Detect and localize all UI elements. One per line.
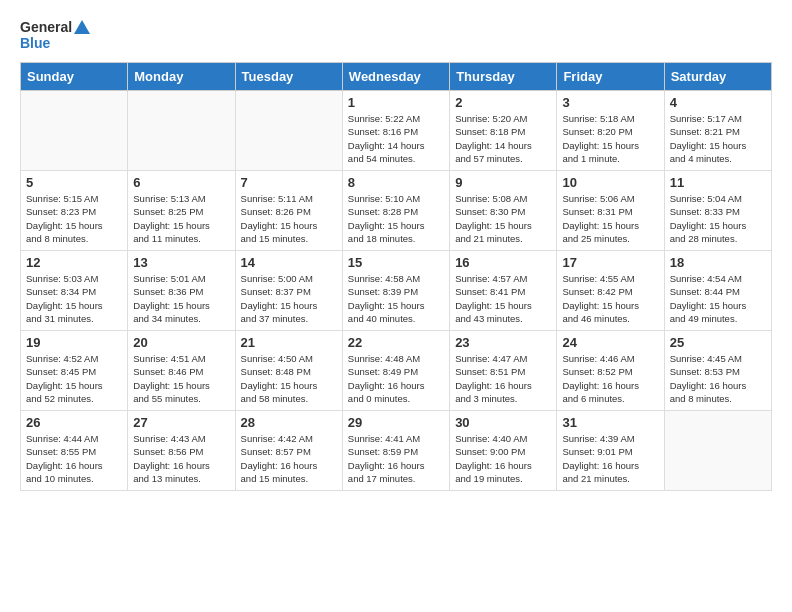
day-cell: 10Sunrise: 5:06 AM Sunset: 8:31 PM Dayli… [557,171,664,251]
day-info: Sunrise: 4:52 AM Sunset: 8:45 PM Dayligh… [26,352,122,405]
svg-text:Blue: Blue [20,35,51,51]
day-cell: 30Sunrise: 4:40 AM Sunset: 9:00 PM Dayli… [450,411,557,491]
day-cell: 21Sunrise: 4:50 AM Sunset: 8:48 PM Dayli… [235,331,342,411]
day-info: Sunrise: 5:10 AM Sunset: 8:28 PM Dayligh… [348,192,444,245]
day-info: Sunrise: 4:46 AM Sunset: 8:52 PM Dayligh… [562,352,658,405]
day-cell [21,91,128,171]
day-number: 24 [562,335,658,350]
day-info: Sunrise: 4:57 AM Sunset: 8:41 PM Dayligh… [455,272,551,325]
logo-svg: General Blue [20,16,90,54]
day-number: 6 [133,175,229,190]
week-row-4: 26Sunrise: 4:44 AM Sunset: 8:55 PM Dayli… [21,411,772,491]
day-info: Sunrise: 4:42 AM Sunset: 8:57 PM Dayligh… [241,432,337,485]
day-cell: 18Sunrise: 4:54 AM Sunset: 8:44 PM Dayli… [664,251,771,331]
week-row-2: 12Sunrise: 5:03 AM Sunset: 8:34 PM Dayli… [21,251,772,331]
day-number: 28 [241,415,337,430]
day-cell: 8Sunrise: 5:10 AM Sunset: 8:28 PM Daylig… [342,171,449,251]
day-info: Sunrise: 4:44 AM Sunset: 8:55 PM Dayligh… [26,432,122,485]
day-info: Sunrise: 5:18 AM Sunset: 8:20 PM Dayligh… [562,112,658,165]
calendar-table: SundayMondayTuesdayWednesdayThursdayFrid… [20,62,772,491]
day-cell: 25Sunrise: 4:45 AM Sunset: 8:53 PM Dayli… [664,331,771,411]
day-number: 3 [562,95,658,110]
weekday-header-monday: Monday [128,63,235,91]
day-cell: 27Sunrise: 4:43 AM Sunset: 8:56 PM Dayli… [128,411,235,491]
day-cell: 17Sunrise: 4:55 AM Sunset: 8:42 PM Dayli… [557,251,664,331]
day-info: Sunrise: 5:03 AM Sunset: 8:34 PM Dayligh… [26,272,122,325]
day-cell [128,91,235,171]
svg-text:General: General [20,19,72,35]
day-number: 16 [455,255,551,270]
day-cell: 7Sunrise: 5:11 AM Sunset: 8:26 PM Daylig… [235,171,342,251]
day-info: Sunrise: 5:00 AM Sunset: 8:37 PM Dayligh… [241,272,337,325]
week-row-3: 19Sunrise: 4:52 AM Sunset: 8:45 PM Dayli… [21,331,772,411]
day-info: Sunrise: 4:54 AM Sunset: 8:44 PM Dayligh… [670,272,766,325]
day-cell: 13Sunrise: 5:01 AM Sunset: 8:36 PM Dayli… [128,251,235,331]
svg-marker-2 [74,20,90,34]
day-cell: 16Sunrise: 4:57 AM Sunset: 8:41 PM Dayli… [450,251,557,331]
day-cell: 4Sunrise: 5:17 AM Sunset: 8:21 PM Daylig… [664,91,771,171]
day-info: Sunrise: 5:20 AM Sunset: 8:18 PM Dayligh… [455,112,551,165]
day-number: 11 [670,175,766,190]
day-cell [235,91,342,171]
day-info: Sunrise: 5:04 AM Sunset: 8:33 PM Dayligh… [670,192,766,245]
day-number: 12 [26,255,122,270]
day-cell: 2Sunrise: 5:20 AM Sunset: 8:18 PM Daylig… [450,91,557,171]
day-number: 1 [348,95,444,110]
day-number: 14 [241,255,337,270]
day-info: Sunrise: 4:41 AM Sunset: 8:59 PM Dayligh… [348,432,444,485]
day-number: 22 [348,335,444,350]
day-info: Sunrise: 4:39 AM Sunset: 9:01 PM Dayligh… [562,432,658,485]
day-info: Sunrise: 5:17 AM Sunset: 8:21 PM Dayligh… [670,112,766,165]
weekday-header-sunday: Sunday [21,63,128,91]
weekday-header-friday: Friday [557,63,664,91]
day-cell: 15Sunrise: 4:58 AM Sunset: 8:39 PM Dayli… [342,251,449,331]
day-number: 25 [670,335,766,350]
day-number: 21 [241,335,337,350]
day-cell: 6Sunrise: 5:13 AM Sunset: 8:25 PM Daylig… [128,171,235,251]
day-number: 23 [455,335,551,350]
day-info: Sunrise: 4:51 AM Sunset: 8:46 PM Dayligh… [133,352,229,405]
day-info: Sunrise: 4:43 AM Sunset: 8:56 PM Dayligh… [133,432,229,485]
week-row-1: 5Sunrise: 5:15 AM Sunset: 8:23 PM Daylig… [21,171,772,251]
day-cell: 26Sunrise: 4:44 AM Sunset: 8:55 PM Dayli… [21,411,128,491]
day-cell: 3Sunrise: 5:18 AM Sunset: 8:20 PM Daylig… [557,91,664,171]
weekday-header-row: SundayMondayTuesdayWednesdayThursdayFrid… [21,63,772,91]
weekday-header-saturday: Saturday [664,63,771,91]
day-info: Sunrise: 4:47 AM Sunset: 8:51 PM Dayligh… [455,352,551,405]
day-cell: 19Sunrise: 4:52 AM Sunset: 8:45 PM Dayli… [21,331,128,411]
day-cell [664,411,771,491]
logo: General Blue [20,16,90,54]
day-cell: 5Sunrise: 5:15 AM Sunset: 8:23 PM Daylig… [21,171,128,251]
day-number: 31 [562,415,658,430]
day-info: Sunrise: 4:48 AM Sunset: 8:49 PM Dayligh… [348,352,444,405]
weekday-header-thursday: Thursday [450,63,557,91]
day-number: 5 [26,175,122,190]
day-cell: 29Sunrise: 4:41 AM Sunset: 8:59 PM Dayli… [342,411,449,491]
day-info: Sunrise: 5:06 AM Sunset: 8:31 PM Dayligh… [562,192,658,245]
day-number: 18 [670,255,766,270]
week-row-0: 1Sunrise: 5:22 AM Sunset: 8:16 PM Daylig… [21,91,772,171]
day-info: Sunrise: 5:08 AM Sunset: 8:30 PM Dayligh… [455,192,551,245]
header: General Blue [0,0,792,62]
day-info: Sunrise: 4:50 AM Sunset: 8:48 PM Dayligh… [241,352,337,405]
day-number: 29 [348,415,444,430]
day-info: Sunrise: 4:58 AM Sunset: 8:39 PM Dayligh… [348,272,444,325]
day-cell: 23Sunrise: 4:47 AM Sunset: 8:51 PM Dayli… [450,331,557,411]
day-number: 9 [455,175,551,190]
day-number: 19 [26,335,122,350]
day-info: Sunrise: 5:13 AM Sunset: 8:25 PM Dayligh… [133,192,229,245]
day-number: 10 [562,175,658,190]
day-info: Sunrise: 5:01 AM Sunset: 8:36 PM Dayligh… [133,272,229,325]
day-number: 17 [562,255,658,270]
day-info: Sunrise: 5:15 AM Sunset: 8:23 PM Dayligh… [26,192,122,245]
day-number: 2 [455,95,551,110]
day-info: Sunrise: 4:55 AM Sunset: 8:42 PM Dayligh… [562,272,658,325]
day-number: 30 [455,415,551,430]
day-info: Sunrise: 5:11 AM Sunset: 8:26 PM Dayligh… [241,192,337,245]
day-number: 7 [241,175,337,190]
day-number: 27 [133,415,229,430]
day-cell: 14Sunrise: 5:00 AM Sunset: 8:37 PM Dayli… [235,251,342,331]
weekday-header-wednesday: Wednesday [342,63,449,91]
day-cell: 9Sunrise: 5:08 AM Sunset: 8:30 PM Daylig… [450,171,557,251]
day-number: 26 [26,415,122,430]
